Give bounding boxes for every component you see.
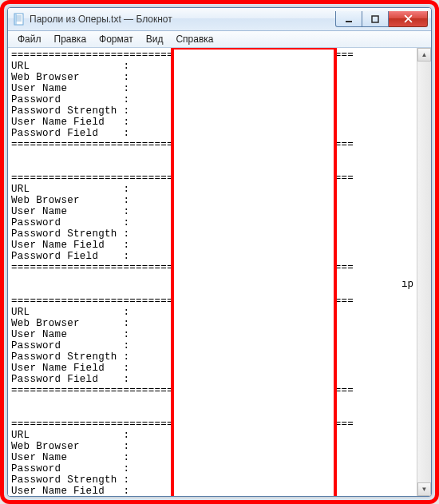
menu-item-edit[interactable]: Правка — [48, 33, 93, 46]
notepad-window: Пароли из Оперы.txt — Блокнот Файл Правк… — [7, 7, 432, 497]
overflow-text-fragment: ıp — [401, 279, 413, 290]
svg-rect-5 — [14, 14, 17, 25]
window-title: Пароли из Оперы.txt — Блокнот — [30, 14, 335, 25]
scroll-up-arrow-icon[interactable]: ▲ — [417, 48, 431, 62]
menu-item-file[interactable]: Файл — [11, 33, 48, 46]
svg-rect-6 — [346, 21, 352, 22]
maximize-button[interactable] — [362, 11, 389, 27]
annotation-frame: Пароли из Оперы.txt — Блокнот Файл Правк… — [0, 0, 439, 504]
redaction-overlay — [171, 48, 337, 496]
notepad-icon — [13, 13, 26, 26]
titlebar[interactable]: Пароли из Оперы.txt — Блокнот — [8, 8, 431, 31]
client-area: ========================================… — [8, 48, 431, 496]
window-controls — [335, 11, 428, 27]
vertical-scrollbar[interactable]: ▲ ▼ — [417, 48, 431, 496]
scroll-down-arrow-icon[interactable]: ▼ — [417, 482, 431, 496]
menu-item-view[interactable]: Вид — [140, 33, 170, 46]
menu-item-help[interactable]: Справка — [169, 33, 220, 46]
svg-rect-7 — [372, 16, 378, 22]
menu-item-format[interactable]: Формат — [93, 33, 140, 46]
minimize-button[interactable] — [335, 11, 362, 27]
menubar: Файл Правка Формат Вид Справка — [8, 31, 431, 48]
close-button[interactable] — [389, 11, 428, 27]
